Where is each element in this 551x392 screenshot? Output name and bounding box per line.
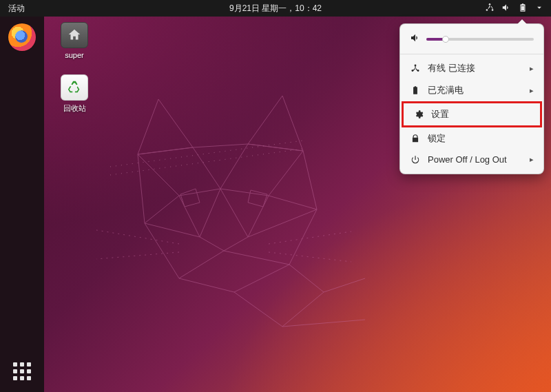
- menu-item-network[interactable]: 有线 已连接 ▸: [400, 57, 543, 79]
- trash-label: 回收站: [63, 103, 86, 114]
- svg-rect-3: [521, 6, 524, 10]
- menu-item-settings[interactable]: 设置: [404, 103, 540, 125]
- menu-item-label: Power Off / Log Out: [428, 154, 523, 165]
- lock-icon: [410, 134, 421, 143]
- svg-point-2: [492, 9, 494, 11]
- volume-row: [400, 30, 543, 51]
- battery-full-icon: [410, 85, 421, 95]
- home-folder-icon[interactable]: super: [54, 22, 95, 59]
- show-applications-button[interactable]: [11, 360, 33, 382]
- svg-point-17: [417, 70, 419, 72]
- svg-line-12: [269, 252, 351, 262]
- volume-icon: [410, 32, 421, 45]
- menu-item-battery[interactable]: 已充满电 ▸: [400, 79, 543, 101]
- firefox-launcher[interactable]: [8, 23, 36, 51]
- volume-slider[interactable]: [426, 38, 534, 41]
- svg-marker-5: [248, 96, 303, 151]
- chevron-down-icon: [534, 3, 544, 14]
- svg-point-15: [415, 65, 417, 67]
- menu-item-power[interactable]: Power Off / Log Out ▸: [400, 149, 543, 169]
- svg-marker-6: [138, 144, 317, 292]
- activities-button[interactable]: 活动: [0, 3, 33, 14]
- menu-item-lock[interactable]: 锁定: [400, 127, 543, 149]
- svg-point-16: [412, 70, 414, 72]
- volume-icon: [501, 3, 511, 14]
- menu-item-label: 设置: [431, 108, 530, 121]
- system-status-area[interactable]: [485, 3, 551, 14]
- menu-item-label: 有线 已连接: [428, 62, 523, 74]
- chevron-right-icon: ▸: [530, 86, 534, 95]
- chevron-right-icon: ▸: [530, 155, 534, 164]
- menu-item-label: 已充满电: [428, 84, 523, 96]
- svg-marker-7: [180, 189, 200, 207]
- svg-point-1: [486, 9, 488, 11]
- svg-line-13: [110, 141, 303, 167]
- annotation-highlight: 设置: [402, 101, 542, 127]
- dock: [0, 17, 44, 392]
- recycle-icon: [61, 74, 88, 101]
- svg-line-9: [96, 230, 179, 244]
- top-bar: 活动 9月21日 星期一，10：42: [0, 0, 551, 17]
- home-icon: [61, 22, 88, 48]
- power-icon: [410, 155, 421, 165]
- svg-marker-4: [138, 99, 193, 154]
- clock[interactable]: 9月21日 星期一，10：42: [229, 3, 322, 14]
- wired-network-icon: [410, 63, 421, 73]
- menu-item-label: 锁定: [428, 132, 534, 145]
- svg-point-0: [489, 3, 491, 6]
- menu-separator: [400, 54, 543, 54]
- home-folder-label: super: [65, 51, 84, 59]
- chevron-right-icon: ▸: [530, 64, 534, 73]
- network-icon: [485, 3, 495, 14]
- gear-icon: [413, 110, 424, 119]
- battery-icon: [518, 3, 528, 14]
- system-menu: 有线 已连接 ▸ 已充满电 ▸ 设置 锁定 Power Off / Log Ou…: [399, 23, 544, 174]
- desktop-icons: super 回收站: [54, 22, 95, 114]
- wallpaper-art: [76, 72, 393, 347]
- svg-line-11: [269, 231, 351, 244]
- trash-icon[interactable]: 回收站: [54, 74, 95, 114]
